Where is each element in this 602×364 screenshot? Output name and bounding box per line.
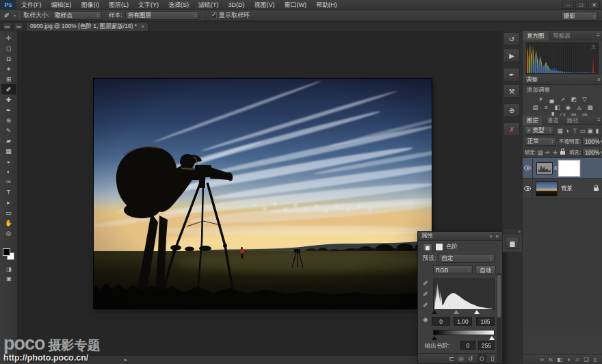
document-tab[interactable]: 0900.jpg @ 100% (色阶 1, 图层蒙版/16) * × bbox=[26, 22, 148, 31]
layer-row-background[interactable]: 背景 bbox=[523, 179, 602, 199]
filter-icon[interactable]: ▭ bbox=[579, 127, 586, 134]
dock-panel-tool-presets[interactable]: ⚒ bbox=[503, 84, 520, 98]
input-white-field[interactable]: 185 bbox=[476, 317, 495, 326]
docked-panel-stub[interactable] bbox=[2, 23, 12, 30]
tool-crop[interactable]: ⊞ bbox=[1, 74, 16, 84]
dock-panel-brush-presets[interactable]: ✒ bbox=[503, 68, 520, 81]
menu-item[interactable]: 文件(F) bbox=[16, 0, 47, 10]
layers-link-layers[interactable]: ∞ bbox=[538, 356, 545, 363]
maximize-button[interactable]: □ bbox=[575, 1, 587, 9]
menu-item[interactable]: 滤镜(T) bbox=[194, 0, 224, 10]
mask-icon[interactable] bbox=[435, 243, 443, 251]
lock-all-icon[interactable] bbox=[559, 149, 566, 156]
layers-new-group[interactable]: ▱ bbox=[574, 356, 581, 363]
dock-panel-clone-source[interactable]: ⊕ bbox=[503, 103, 520, 117]
tab-channels[interactable]: 通道 bbox=[543, 116, 563, 125]
tab-histogram[interactable]: 直方图 bbox=[523, 31, 549, 40]
dock-panel-actions[interactable]: ▶ bbox=[503, 49, 520, 62]
eyedropper-tool-icon[interactable]: ✐ bbox=[0, 12, 14, 19]
properties-delete-adjustment[interactable]: ▯ bbox=[490, 355, 494, 362]
background-layer-thumbnail[interactable] bbox=[536, 181, 558, 196]
tab-paths[interactable]: 路径 bbox=[563, 116, 583, 125]
adjustment-color-balance[interactable]: ≡ bbox=[542, 104, 551, 112]
adjustment-curves[interactable]: ➚ bbox=[558, 96, 567, 103]
tool-marquee[interactable]: ◻ bbox=[1, 43, 16, 53]
menu-item[interactable]: 编辑(E) bbox=[47, 0, 77, 10]
tool-clone-stamp[interactable]: ⊛ bbox=[1, 115, 16, 125]
tool-spot-healing[interactable]: ✚ bbox=[1, 94, 16, 105]
preset-select[interactable]: 自定 ↕ bbox=[439, 254, 495, 263]
layers-new-adjustment-layer[interactable]: ◑ bbox=[565, 356, 572, 363]
tool-eyedropper[interactable]: ✐ bbox=[1, 84, 16, 94]
menu-item[interactable]: 文字(Y) bbox=[133, 0, 163, 10]
tool-move[interactable]: ✛ bbox=[1, 33, 16, 43]
dock-panel-close-x[interactable]: ✗ bbox=[503, 122, 520, 136]
panel-menu-icon[interactable]: ≡ bbox=[496, 233, 499, 239]
properties-scrollbar[interactable] bbox=[497, 273, 501, 363]
input-black-slider[interactable] bbox=[432, 310, 437, 314]
menu-item[interactable]: 图像(I) bbox=[77, 0, 105, 10]
layers-delete-layer[interactable]: ▯ bbox=[592, 356, 599, 363]
adjustment-hue-saturation[interactable]: ▤ bbox=[531, 104, 540, 112]
photo-document[interactable] bbox=[94, 79, 432, 309]
eyedropper[interactable]: ✐ bbox=[421, 278, 430, 288]
tab-layers[interactable]: 图层 bbox=[523, 116, 543, 125]
properties-header[interactable]: 属性 » ≡ bbox=[418, 232, 502, 241]
output-white-field[interactable]: 255 bbox=[478, 341, 495, 350]
adjustment-black-white[interactable]: ◧ bbox=[553, 104, 562, 112]
scrollbar-thumb[interactable] bbox=[497, 275, 501, 317]
input-white-slider[interactable] bbox=[474, 310, 480, 314]
tab-navigator[interactable]: 导航器 bbox=[549, 31, 575, 40]
output-white-slider[interactable] bbox=[489, 336, 495, 340]
screen-mode-button[interactable]: ▣ bbox=[0, 276, 18, 282]
properties-panel-icon[interactable]: ▆ bbox=[506, 237, 519, 249]
tool-lasso[interactable]: Ω bbox=[1, 53, 16, 64]
output-black-slider[interactable] bbox=[432, 336, 437, 340]
layers-layer-effects[interactable]: fx bbox=[547, 356, 554, 363]
ps-logo[interactable]: Ps bbox=[0, 0, 16, 10]
channel-select[interactable]: RGB ↕ bbox=[433, 265, 473, 274]
properties-reset[interactable]: ↺ bbox=[468, 355, 473, 362]
lock-icon[interactable]: ▨ bbox=[536, 149, 544, 156]
properties-toggle-visibility[interactable]: ⊙ bbox=[477, 354, 487, 363]
adjustment-vibrance[interactable]: ▽ bbox=[580, 96, 589, 103]
close-button[interactable]: ✕ bbox=[588, 1, 600, 9]
menu-item[interactable]: 3D(D) bbox=[224, 0, 250, 10]
tool-dodge[interactable]: ◐ bbox=[1, 166, 16, 177]
adjustment-photo-filter[interactable]: ◉ bbox=[564, 104, 573, 112]
tool-rectangle[interactable]: ▭ bbox=[1, 207, 16, 218]
workspace-select[interactable]: 摄影 ↕ bbox=[561, 12, 598, 21]
adjustment-brightness-contrast[interactable]: ☀ bbox=[536, 96, 545, 103]
levels-adjustment-thumbnail[interactable] bbox=[536, 162, 553, 174]
adjustment-color-lookup[interactable]: ▩ bbox=[586, 104, 594, 112]
opacity-input[interactable]: 100% ▾ bbox=[582, 137, 600, 146]
layer-row-levels-adjustment[interactable]: 8 bbox=[523, 158, 602, 179]
menu-item[interactable]: 视图(V) bbox=[250, 0, 280, 10]
layers-new-layer[interactable]: ❏ bbox=[583, 356, 590, 363]
tool-blur[interactable]: ◒ bbox=[1, 156, 16, 166]
menu-item[interactable]: 窗口(W) bbox=[280, 0, 312, 10]
output-black-field[interactable]: 0 bbox=[460, 341, 475, 350]
status-expand-icon[interactable]: ▸ bbox=[125, 357, 127, 363]
tool-preset-caret-icon[interactable]: ▾ bbox=[14, 13, 16, 18]
tool-path-selection[interactable]: ▸ bbox=[1, 197, 16, 207]
panel-menu-icon[interactable]: ≡ bbox=[597, 31, 600, 40]
adjustment-exposure[interactable]: ◩ bbox=[569, 96, 578, 103]
layers-add-mask[interactable]: ◧ bbox=[556, 356, 563, 363]
expand-dock-icon[interactable]: » bbox=[503, 229, 522, 235]
visibility-toggle[interactable] bbox=[523, 179, 533, 199]
menu-item[interactable]: 图层(L) bbox=[104, 0, 133, 10]
collapse-panel-icon[interactable]: » bbox=[489, 233, 492, 239]
tool-type[interactable]: T bbox=[1, 187, 16, 197]
targeted-adjust-icon[interactable]: ✥ bbox=[421, 315, 430, 325]
sample-size-select[interactable]: 取样点 ↕ bbox=[53, 11, 102, 20]
tab-close-icon[interactable]: × bbox=[141, 23, 144, 30]
layer-mask-thumbnail[interactable] bbox=[558, 160, 580, 177]
tool-pen[interactable]: ✑ bbox=[1, 177, 16, 187]
filter-icon[interactable]: ▣ bbox=[586, 127, 594, 134]
filter-icon[interactable]: ◑ bbox=[564, 127, 571, 134]
tool-gradient[interactable]: ▦ bbox=[1, 146, 16, 156]
tool-hand[interactable]: ✋ bbox=[1, 218, 16, 228]
minimize-button[interactable]: – bbox=[562, 1, 574, 9]
tool-eraser[interactable]: ▰ bbox=[1, 135, 16, 146]
